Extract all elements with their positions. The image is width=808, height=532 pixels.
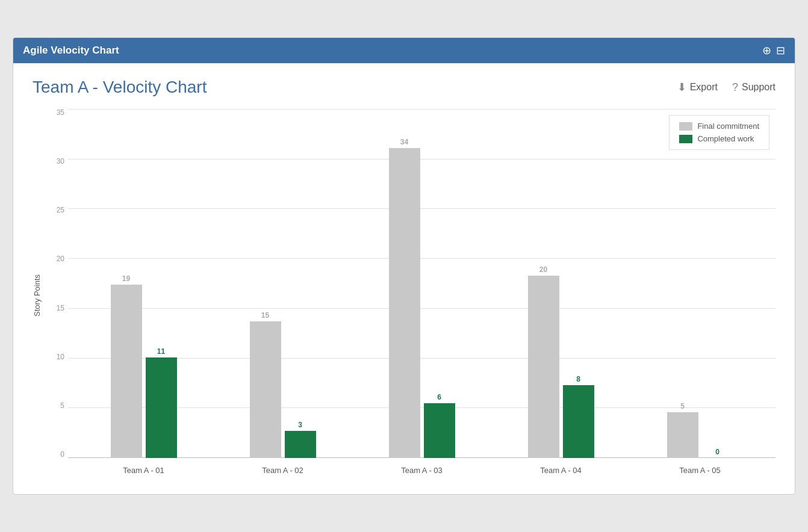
support-label: Support [742,82,775,93]
legend-swatch-commitment [679,122,692,131]
bars-pair-5: 50 [652,402,748,458]
commitment-bar-wrapper-5: 5 [667,402,698,458]
commitment-label-4: 20 [539,265,547,274]
velocity-chart-widget: Agile Velocity Chart ⊕ ⊟ Team A - Veloci… [13,37,795,495]
completed-label-1: 11 [157,347,165,356]
y-tick-10: 10 [46,353,68,360]
commitment-bar-wrapper-3: 34 [389,138,420,458]
x-label-2: Team A - 02 [235,458,331,482]
commitment-bar-wrapper-4: 20 [528,265,559,458]
bars-pair-4: 208 [513,265,609,458]
support-button[interactable]: ? Support [732,81,775,94]
completed-bar-2 [285,431,316,458]
completed-bar-wrapper-5: 0 [702,448,733,458]
commitment-label-3: 34 [400,138,408,146]
completed-bar-4 [563,385,594,458]
move-icon[interactable]: ⊕ [762,44,771,57]
bars-and-grid: 191115334620850 Team A - 01Team A - 02Te… [68,109,775,482]
completed-label-2: 3 [298,421,302,429]
commitment-bar-5 [667,412,698,458]
team-group-4: 208 [513,265,609,458]
chart-legend: Final commitment Completed work [669,115,769,150]
export-icon: ⬇ [677,81,686,94]
completed-label-3: 6 [437,393,441,401]
y-tick-30: 30 [46,158,68,165]
collapse-icon[interactable]: ⊟ [776,44,785,57]
completed-bar-wrapper-3: 6 [424,393,455,458]
commitment-label-1: 19 [122,274,130,283]
commitment-bar-4 [528,276,559,458]
y-tick-0: 0 [46,451,68,458]
completed-label-5: 0 [715,448,719,456]
x-label-4: Team A - 04 [513,458,609,482]
support-icon: ? [732,81,738,94]
chart-plot-area: 35 30 25 20 15 10 5 0 [46,109,775,482]
bars-pair-3: 346 [374,138,470,458]
header-icons: ⊕ ⊟ [762,44,785,57]
commitment-bar-wrapper-2: 15 [250,311,281,458]
y-tick-5: 5 [46,402,68,409]
team-group-2: 153 [235,311,331,458]
export-label: Export [690,82,718,93]
commitment-label-2: 15 [261,311,269,320]
completed-bar-3 [424,403,455,458]
team-group-3: 346 [374,138,470,458]
commitment-bar-1 [111,285,142,458]
y-axis-label: Story Points [33,109,42,482]
chart-inner: 35 30 25 20 15 10 5 0 [46,109,775,482]
legend-item-commitment: Final commitment [679,122,759,131]
chart-container: Story Points 35 30 25 20 15 10 5 0 [33,109,775,482]
completed-bar-wrapper-1: 11 [146,347,177,458]
completed-label-4: 8 [576,375,580,383]
chart-title: Team A - Velocity Chart [33,78,207,97]
chart-title-row: Team A - Velocity Chart ⬇ Export ? Suppo… [33,78,775,97]
team-group-1: 1911 [96,274,192,458]
legend-completed-label: Completed work [697,134,754,143]
bars-row: 191115334620850 [68,109,775,458]
completed-bar-wrapper-2: 3 [285,421,316,458]
widget-title: Agile Velocity Chart [23,45,119,57]
y-tick-15: 15 [46,305,68,312]
x-labels: Team A - 01Team A - 02Team A - 03Team A … [68,458,775,482]
chart-actions: ⬇ Export ? Support [677,81,775,94]
export-button[interactable]: ⬇ Export [677,81,718,94]
bars-pair-1: 1911 [96,274,192,458]
y-tick-35: 35 [46,109,68,116]
commitment-label-5: 5 [680,402,685,410]
x-label-3: Team A - 03 [374,458,470,482]
team-group-5: 50 [652,402,748,458]
widget-header: Agile Velocity Chart ⊕ ⊟ [13,38,795,63]
x-label-1: Team A - 01 [96,458,192,482]
y-tick-20: 20 [46,255,68,262]
legend-item-completed: Completed work [679,134,759,143]
commitment-bar-3 [389,148,420,458]
legend-commitment-label: Final commitment [697,122,759,131]
commitment-bar-wrapper-1: 19 [111,274,142,458]
commitment-bar-2 [250,321,281,458]
y-ticks: 35 30 25 20 15 10 5 0 [46,109,68,482]
bars-pair-2: 153 [235,311,331,458]
y-tick-25: 25 [46,206,68,214]
x-label-5: Team A - 05 [652,458,748,482]
completed-bar-wrapper-4: 8 [563,375,594,458]
widget-body: Team A - Velocity Chart ⬇ Export ? Suppo… [13,63,795,494]
legend-swatch-completed [679,135,692,143]
completed-bar-1 [146,357,177,458]
